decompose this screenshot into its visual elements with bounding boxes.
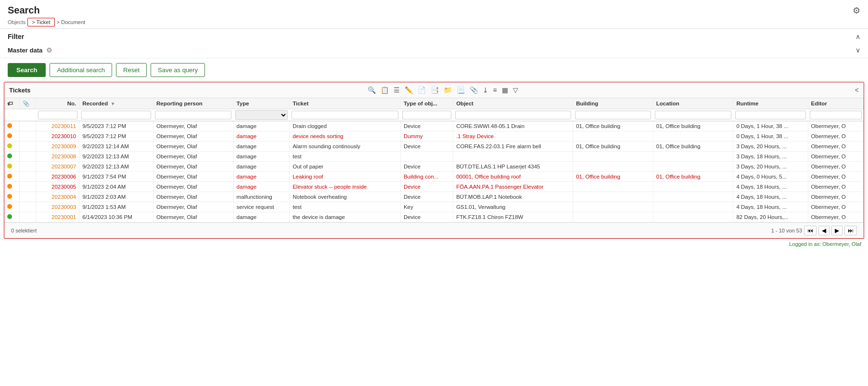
breadcrumb-ticket[interactable]: > Ticket: [27, 18, 54, 26]
ticket-no-link[interactable]: 20230001: [51, 214, 76, 220]
no-cell[interactable]: 20230009: [36, 142, 79, 152]
search-button[interactable]: Search: [8, 63, 46, 77]
building-link[interactable]: 01, Office building: [576, 174, 620, 180]
typeobj-cell[interactable]: Building con...: [400, 172, 453, 182]
building-cell[interactable]: [573, 131, 653, 142]
location-cell[interactable]: 01, Office building: [653, 172, 733, 182]
additional-search-button[interactable]: Additional search: [50, 63, 112, 77]
object-link[interactable]: 00001, Office building roof: [456, 174, 521, 180]
filter-recorded[interactable]: [79, 109, 153, 121]
filter-object[interactable]: [453, 109, 573, 121]
toolbar-icon-11[interactable]: ≡: [492, 85, 498, 95]
ticket-no-link[interactable]: 20230006: [51, 174, 76, 180]
toolbar-icon-9[interactable]: 📎: [468, 85, 479, 95]
object-cell[interactable]: .1 Stray Device: [453, 131, 573, 142]
toolbar-icon-12[interactable]: ▦: [500, 85, 510, 95]
no-cell[interactable]: 20230008: [36, 152, 79, 162]
filter-runtime[interactable]: [733, 109, 808, 121]
filter-building-input[interactable]: [575, 111, 651, 119]
location-cell[interactable]: [653, 131, 733, 142]
toolbar-icon-6[interactable]: 📑: [429, 85, 440, 95]
location-cell[interactable]: [653, 182, 733, 192]
page-last-button[interactable]: ⏭: [844, 226, 857, 235]
typeobj-link[interactable]: Device: [404, 184, 421, 190]
filter-person-input[interactable]: [155, 111, 231, 119]
typeobj-link[interactable]: Building con...: [404, 174, 438, 180]
object-cell[interactable]: FÖA.AAN.PA.1 Passenger Elevator: [453, 182, 573, 192]
filter-person[interactable]: [153, 109, 233, 121]
ticket-no-link[interactable]: 20230004: [51, 194, 76, 200]
filter-object-input[interactable]: [455, 111, 571, 119]
toolbar-icon-5[interactable]: 📄: [416, 85, 427, 95]
filter-editor-input[interactable]: [810, 111, 861, 119]
toolbar-icon-filter[interactable]: ▽: [511, 85, 520, 95]
ticket-cell[interactable]: Elevator stuck -- people inside: [290, 182, 401, 192]
type-link[interactable]: damage: [237, 174, 257, 180]
ticket-link[interactable]: Elevator stuck -- people inside: [293, 184, 367, 190]
ticket-no-link[interactable]: 20230010: [51, 133, 76, 139]
filter-typeobj-input[interactable]: [402, 111, 451, 119]
building-cell[interactable]: 01, Office building: [573, 172, 653, 182]
typeobj-link[interactable]: Dummy: [404, 133, 423, 139]
type-link[interactable]: damage: [237, 184, 257, 190]
filter-ticket[interactable]: [290, 109, 401, 121]
toolbar-icon-7[interactable]: 📁: [442, 85, 453, 95]
toolbar-icon-8[interactable]: 📃: [455, 85, 466, 95]
no-cell[interactable]: 20230005: [36, 182, 79, 192]
filter-no-input[interactable]: [38, 111, 77, 119]
type-link[interactable]: damage: [237, 133, 257, 139]
typeobj-cell[interactable]: Dummy: [400, 131, 453, 142]
type-cell[interactable]: damage: [233, 182, 290, 192]
filter-recorded-input[interactable]: [81, 111, 152, 119]
reset-button[interactable]: Reset: [116, 63, 147, 77]
no-cell[interactable]: 20230011: [36, 121, 79, 131]
ticket-no-link[interactable]: 20230005: [51, 184, 76, 190]
filter-location-input[interactable]: [655, 111, 731, 119]
no-cell[interactable]: 20230007: [36, 162, 79, 172]
no-cell[interactable]: 20230001: [36, 212, 79, 222]
filter-typeobj[interactable]: [400, 109, 453, 121]
filter-header[interactable]: Filter ∧: [0, 29, 868, 44]
toolbar-icon-1[interactable]: 🔍: [366, 85, 377, 95]
object-link[interactable]: .1 Stray Device: [456, 133, 494, 139]
page-next-button[interactable]: ▶: [831, 226, 842, 235]
no-cell[interactable]: 20230010: [36, 131, 79, 142]
settings-icon[interactable]: ⚙: [853, 5, 860, 16]
ticket-cell[interactable]: Leaking roof: [290, 172, 401, 182]
typeobj-cell[interactable]: Device: [400, 182, 453, 192]
col-header-recorded[interactable]: Recorded ▼: [79, 98, 153, 109]
ticket-no-link[interactable]: 20230011: [51, 123, 76, 129]
master-data-chevron-icon[interactable]: ∨: [855, 46, 860, 54]
toolbar-icon-3[interactable]: ☰: [392, 85, 401, 95]
toolbar-icon-4[interactable]: ✏️: [403, 85, 414, 95]
filter-runtime-input[interactable]: [735, 111, 806, 119]
no-cell[interactable]: 20230006: [36, 172, 79, 182]
ticket-no-link[interactable]: 20230008: [51, 154, 76, 159]
filter-type[interactable]: [233, 109, 290, 121]
page-prev-button[interactable]: ◀: [818, 226, 830, 235]
object-link[interactable]: FÖA.AAN.PA.1 Passenger Elevator: [456, 184, 543, 190]
filter-location[interactable]: [653, 109, 733, 121]
no-cell[interactable]: 20230004: [36, 192, 79, 202]
tickets-collapse-icon[interactable]: <: [855, 86, 859, 94]
filter-no[interactable]: [36, 109, 79, 121]
location-link[interactable]: 01, Office building: [656, 174, 701, 180]
ticket-link[interactable]: Leaking roof: [293, 174, 323, 180]
filter-ticket-input[interactable]: [292, 111, 399, 119]
ticket-no-link[interactable]: 20230007: [51, 164, 76, 169]
filter-chevron-icon[interactable]: ∧: [855, 33, 860, 40]
master-data-gear-icon[interactable]: ⚙: [46, 46, 52, 54]
type-cell[interactable]: damage: [233, 131, 290, 142]
ticket-no-link[interactable]: 20230003: [51, 204, 76, 210]
page-first-button[interactable]: ⏮: [804, 226, 817, 235]
toolbar-icon-10[interactable]: ⤓: [481, 85, 490, 95]
ticket-link[interactable]: device needs sorting: [293, 133, 343, 139]
type-cell[interactable]: damage: [233, 172, 290, 182]
filter-type-select[interactable]: [235, 110, 288, 120]
save-as-query-button[interactable]: Save as query: [151, 63, 205, 77]
building-cell[interactable]: [573, 182, 653, 192]
object-cell[interactable]: 00001, Office building roof: [453, 172, 573, 182]
toolbar-icon-2[interactable]: 📋: [379, 85, 390, 95]
filter-building[interactable]: [573, 109, 653, 121]
ticket-cell[interactable]: device needs sorting: [290, 131, 401, 142]
